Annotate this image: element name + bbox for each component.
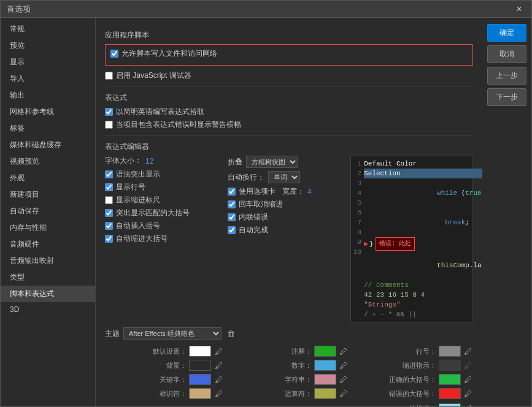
inline-error-checkbox[interactable] <box>228 213 236 221</box>
comment-eyedropper-icon[interactable]: 🖊 <box>339 346 349 356</box>
prev-button[interactable]: 上一步 <box>487 67 526 85</box>
selection-eyedropper-icon[interactable]: 🖊 <box>463 404 473 407</box>
sidebar-item-3d[interactable]: 3D <box>1 302 95 317</box>
font-size-label: 字体大小： <box>105 156 142 166</box>
cancel-button[interactable]: 取消 <box>487 45 526 63</box>
theme-select[interactable]: After Effects 经典暗色 自定义 <box>123 327 222 340</box>
use-tabs-checkbox[interactable] <box>228 188 236 196</box>
sidebar-item-labels[interactable]: 标签 <box>1 120 95 137</box>
sidebar-item-auto-save[interactable]: 自动保存 <box>1 203 95 219</box>
sidebar-item-general[interactable]: 常规 <box>1 21 95 37</box>
indent-color-row: 缩进指示： 🖊 <box>355 360 473 371</box>
number-eyedropper-icon[interactable]: 🖊 <box>339 360 349 370</box>
fold-select[interactable]: 方框树状图 箭头 <box>246 156 298 168</box>
operator-color-row: 运算符： 🖊 <box>229 388 348 399</box>
identifier-eyedropper-icon[interactable]: 🖊 <box>214 389 223 398</box>
sidebar-item-display[interactable]: 显示 <box>1 54 95 70</box>
code-preview: 1 2 3 4 5 6 7 8 9 10 <box>350 156 473 322</box>
color-col-3: 行号： 🖊 缩进指示： 🖊 正确的大括号： 🖊 <box>355 346 473 399</box>
show-line-numbers-checkbox[interactable] <box>105 183 113 191</box>
show-indent-label: 显示缩进标尺 <box>116 195 160 205</box>
default-eyedropper-icon[interactable]: 🖊 <box>214 346 223 356</box>
syntax-highlight-row: 语法突出显示 <box>105 169 215 180</box>
line-num-10: 10 <box>353 247 361 257</box>
close-button[interactable]: × <box>513 3 525 15</box>
auto-complete-checkbox[interactable] <box>228 226 236 234</box>
auto-replace-select[interactable]: 单词 字符 无 <box>268 171 300 183</box>
correct-brace-color-swatch[interactable] <box>439 374 461 385</box>
indent-color-label: 缩进指示： <box>403 361 436 370</box>
allow-script-label: 允许脚本写入文件和访问网络 <box>121 48 217 59</box>
sidebar-item-appearance[interactable]: 外观 <box>1 170 95 186</box>
background-eyedropper-icon[interactable]: 🖊 <box>214 360 223 370</box>
selection-color-swatch[interactable] <box>439 403 461 407</box>
default-color-swatch[interactable] <box>189 346 211 357</box>
font-size-row: 字体大小： 12 <box>105 156 215 166</box>
auto-close-row: 自动插入括号 <box>105 221 215 231</box>
sidebar-item-memory[interactable]: 内存与性能 <box>1 219 95 236</box>
sidebar-item-video[interactable]: 视频预览 <box>1 153 95 170</box>
bg-color-row: 背景： 🖊 <box>105 360 223 371</box>
expression-title: 表达式 <box>105 93 473 103</box>
wrap-cancel-checkbox[interactable] <box>228 200 236 208</box>
keyword-color-swatch[interactable] <box>189 374 211 385</box>
error-tooltip: 错误: 此处 <box>376 237 415 251</box>
sidebar-item-import[interactable]: 导入 <box>1 70 95 87</box>
error-brace-color-swatch[interactable] <box>439 388 461 399</box>
auto-close-checkbox[interactable] <box>105 222 113 230</box>
sidebar-item-preview[interactable]: 预览 <box>1 37 95 54</box>
string-color-label: 字符串： <box>285 375 312 384</box>
highlight-matching-checkbox[interactable] <box>105 209 113 217</box>
inline-error-label: 内联错误 <box>239 212 268 223</box>
fold-label: 折叠 <box>228 157 242 167</box>
next-button[interactable]: 下一步 <box>487 88 526 106</box>
number-color-swatch[interactable] <box>314 360 336 371</box>
confirm-button[interactable]: 确定 <box>487 24 526 42</box>
sidebar-item-scripting[interactable]: 脚本和表达式 <box>1 286 95 302</box>
comment-color-row: 注释： 🖊 <box>229 346 348 357</box>
selection-color-row: 选择项： 🖊 <box>409 403 473 406</box>
correct-brace-eyedropper-icon[interactable]: 🖊 <box>463 375 473 384</box>
auto-complete-label: 自动完成 <box>239 225 268 235</box>
keyword-eyedropper-icon[interactable]: 🖊 <box>214 375 223 384</box>
sidebar-item-type[interactable]: 类型 <box>1 269 95 286</box>
syntax-highlight-label: 语法突出显示 <box>116 169 160 180</box>
linenum-color-swatch[interactable] <box>439 346 461 357</box>
app-script-title: 应用程序脚本 <box>105 30 473 40</box>
line-num-2: 2 <box>353 169 361 178</box>
syntax-highlight-checkbox[interactable] <box>105 170 113 178</box>
operator-eyedropper-icon[interactable]: 🖊 <box>339 389 349 398</box>
background-color-swatch[interactable] <box>189 360 211 371</box>
identifier-color-swatch[interactable] <box>189 388 211 399</box>
comment-color-swatch[interactable] <box>314 346 336 357</box>
line-num-6: 6 <box>353 208 361 218</box>
allow-script-checkbox[interactable] <box>110 50 118 58</box>
delete-theme-button[interactable]: 🗑 <box>225 328 236 339</box>
bottom-color-row: 选择项 Alpha： 0.3 选择项： 🖊 <box>105 403 473 406</box>
use-simple-english-checkbox[interactable] <box>105 108 113 116</box>
main-content: 应用程序脚本 允许脚本写入文件和访问网络 启用 JavaScript 调试器 表… <box>96 18 482 406</box>
string-color-swatch[interactable] <box>314 374 336 385</box>
auto-expand-checkbox[interactable] <box>105 235 113 243</box>
sidebar-item-output[interactable]: 输出 <box>1 87 95 104</box>
line-num-7: 7 <box>353 218 361 227</box>
linenum-eyedropper-icon[interactable]: 🖊 <box>463 346 473 356</box>
enable-js-debugger-checkbox[interactable] <box>105 72 113 80</box>
window-title: 首选项 <box>7 4 31 15</box>
sidebar-item-audio-hw[interactable]: 音频硬件 <box>1 236 95 253</box>
color-grid: 默认设置： 🖊 背景： 🖊 关键字： 🖊 <box>105 346 473 399</box>
show-warning-checkbox[interactable] <box>105 121 113 129</box>
error-brace-eyedropper-icon[interactable]: 🖊 <box>463 389 473 398</box>
line-num-8: 8 <box>353 227 361 237</box>
sidebar-item-audio-map[interactable]: 音频输出映射 <box>1 253 95 269</box>
sidebar-item-new-project[interactable]: 新建项目 <box>1 186 95 203</box>
use-tabs-label: 使用选项卡 <box>239 186 276 197</box>
string-eyedropper-icon[interactable]: 🖊 <box>339 375 349 384</box>
operator-color-swatch[interactable] <box>314 388 336 399</box>
show-indent-checkbox[interactable] <box>105 196 113 204</box>
app-script-box: 允许脚本写入文件和访问网络 <box>105 44 473 66</box>
auto-complete-row: 自动完成 <box>228 225 338 235</box>
sidebar-item-grid[interactable]: 网格和参考线 <box>1 104 95 120</box>
sidebar-item-media[interactable]: 媒体和磁盘缓存 <box>1 137 95 153</box>
use-simple-english-row: 以简明英语编写表达式拾取 <box>105 107 473 117</box>
